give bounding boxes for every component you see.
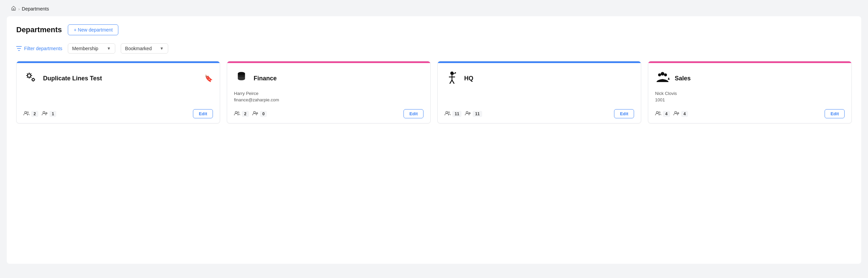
svg-line-13 <box>450 80 452 83</box>
filter-text: Filter departments <box>24 46 62 51</box>
members-count: 4 <box>663 111 670 117</box>
card-info-1: Harry Peirce <box>234 91 423 96</box>
page-title: Departments <box>16 25 62 34</box>
members-stat: 2 <box>234 111 249 117</box>
svg-point-22 <box>658 74 661 77</box>
members-count: 11 <box>452 111 461 117</box>
edit-button[interactable]: Edit <box>193 109 213 118</box>
svg-point-9 <box>253 111 255 113</box>
bookmarked-label: Bookmarked <box>125 46 152 51</box>
roles-stat: 11 <box>465 111 482 117</box>
svg-point-3 <box>27 112 28 113</box>
card-info-1: Nick Clovis <box>655 91 845 96</box>
card-header-row: HQ <box>445 70 634 87</box>
breadcrumb: › Departments <box>0 0 868 16</box>
bookmarked-chevron-icon: ▼ <box>160 46 164 51</box>
roles-count: 11 <box>473 111 482 117</box>
department-card-finance: Finance Harry Peirce finance@zaharpie.co… <box>227 61 431 123</box>
roles-stat: 1 <box>42 111 57 117</box>
svg-point-23 <box>664 74 667 77</box>
card-header-row: Finance <box>234 70 423 87</box>
bookmark-icon: 🔖 <box>204 74 213 82</box>
roles-count: 0 <box>260 111 267 117</box>
card-body: HQ 11 11 <box>438 63 641 123</box>
main-panel: Departments + New department Filter depa… <box>7 16 861 264</box>
department-card-hq: HQ 11 11 <box>437 61 641 123</box>
panel-header: Departments + New department <box>16 24 852 35</box>
members-icon <box>23 111 29 117</box>
new-department-button[interactable]: + New department <box>68 24 118 35</box>
svg-point-20 <box>466 111 468 113</box>
svg-point-24 <box>661 72 665 76</box>
breadcrumb-separator: › <box>18 6 20 12</box>
members-count: 2 <box>31 111 38 117</box>
card-footer: 11 11 Edit <box>445 104 634 118</box>
members-icon <box>655 111 661 117</box>
card-header-row: Duplicate Lines Test 🔖 <box>23 70 213 87</box>
members-count: 2 <box>242 111 249 117</box>
membership-chevron-icon: ▼ <box>107 46 111 51</box>
card-body: Duplicate Lines Test 🔖 2 <box>17 63 220 123</box>
roles-icon <box>673 111 679 117</box>
filter-icon <box>16 46 22 51</box>
card-body: Finance Harry Peirce finance@zaharpie.co… <box>227 63 430 123</box>
filter-bar: Filter departments Membership ▼ Bookmark… <box>16 43 852 54</box>
membership-dropdown[interactable]: Membership ▼ <box>68 43 115 54</box>
membership-label: Membership <box>72 46 98 51</box>
department-card-duplicate-lines-test: Duplicate Lines Test 🔖 2 <box>16 61 220 123</box>
members-icon <box>234 111 240 117</box>
svg-point-28 <box>674 111 676 113</box>
members-stat: 11 <box>445 111 461 117</box>
edit-button[interactable]: Edit <box>403 109 423 118</box>
roles-count: 1 <box>50 111 57 117</box>
card-footer: 4 4 Edit <box>655 104 845 118</box>
roles-stat: 4 <box>673 111 688 117</box>
svg-point-4 <box>43 111 45 113</box>
members-stat: 2 <box>23 111 38 117</box>
svg-point-17 <box>455 72 456 74</box>
card-title: Duplicate Lines Test <box>43 75 200 82</box>
svg-marker-25 <box>668 77 670 80</box>
members-icon <box>445 111 451 117</box>
card-info-2: finance@zaharpie.com <box>234 97 423 102</box>
roles-stat: 0 <box>252 111 267 117</box>
edit-button[interactable]: Edit <box>614 109 634 118</box>
gears-icon <box>23 70 38 87</box>
svg-point-26 <box>656 111 658 113</box>
team-icon <box>655 70 670 87</box>
departments-grid: Duplicate Lines Test 🔖 2 <box>16 61 852 123</box>
card-header-row: Sales <box>655 70 845 87</box>
card-info-2: 1001 <box>655 97 845 102</box>
card-footer: 2 0 Edit <box>234 104 423 118</box>
roles-count: 4 <box>681 111 688 117</box>
card-footer: 2 1 Edit <box>23 104 213 118</box>
roles-icon <box>252 111 258 117</box>
svg-point-2 <box>25 111 27 113</box>
svg-point-8 <box>238 112 239 113</box>
card-title: Finance <box>254 75 423 82</box>
svg-point-19 <box>448 112 450 113</box>
edit-button[interactable]: Edit <box>825 109 845 118</box>
svg-line-14 <box>452 80 454 83</box>
roles-icon <box>42 111 48 117</box>
person-icon <box>445 70 459 87</box>
svg-point-27 <box>659 112 660 113</box>
bookmarked-dropdown[interactable]: Bookmarked ▼ <box>121 43 168 54</box>
roles-icon <box>465 111 471 117</box>
coins-icon <box>234 70 249 87</box>
filter-label: Filter departments <box>16 46 62 51</box>
svg-point-18 <box>446 111 448 113</box>
home-icon[interactable] <box>11 5 16 12</box>
card-body: Sales Nick Clovis 1001 4 4 <box>648 63 851 123</box>
breadcrumb-current: Departments <box>22 6 49 12</box>
card-title: HQ <box>464 75 634 82</box>
members-stat: 4 <box>655 111 670 117</box>
svg-point-7 <box>235 111 237 113</box>
department-card-sales: Sales Nick Clovis 1001 4 4 <box>648 61 852 123</box>
card-title: Sales <box>675 75 845 82</box>
